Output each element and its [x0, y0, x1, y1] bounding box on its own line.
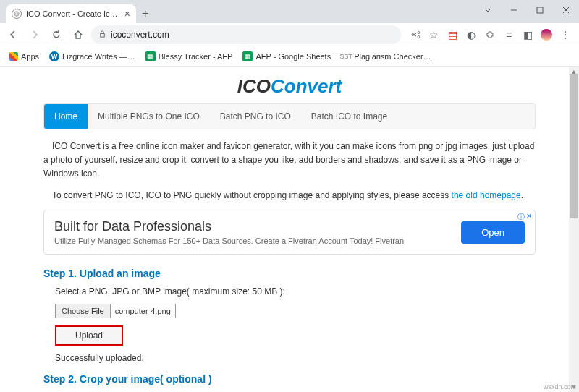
globe-icon [12, 9, 22, 19]
wordpress-icon: W [49, 51, 59, 61]
star-icon[interactable]: ☆ [427, 28, 440, 41]
svg-rect-7 [101, 33, 105, 37]
forward-button[interactable] [26, 26, 43, 43]
bookmarks-bar: Apps WLizgrace Writes —… ▦Blessy Tracker… [0, 46, 579, 67]
share-icon[interactable] [408, 28, 421, 41]
scrollbar[interactable]: ▲ ▼ [569, 67, 579, 392]
ext-icon-2[interactable]: ◐ [465, 28, 478, 41]
logo: ICOConvert [43, 67, 536, 103]
upload-button[interactable]: Upload [55, 325, 123, 346]
bookmark-apps[interactable]: Apps [6, 51, 43, 62]
menu-icon[interactable]: ⋮ [559, 28, 572, 41]
tab-close-icon[interactable]: × [124, 8, 130, 20]
nav-home[interactable]: Home [44, 104, 88, 129]
description-2: To convert PNG to ICO, ICO to PNG quickl… [43, 189, 536, 203]
nav-multi[interactable]: Multiple PNGs to One ICO [88, 104, 210, 129]
watermark: wsxdn.com [544, 383, 576, 391]
scrollbar-thumb[interactable] [570, 74, 578, 218]
bookmark-plagiarism[interactable]: SSTPlagiarism Checker… [337, 50, 434, 63]
sheets-icon: ▦ [242, 51, 253, 61]
back-button[interactable] [4, 26, 22, 43]
page-content: ICOConvert Home Multiple PNGs to One ICO… [0, 67, 579, 392]
bookmark-lizgrace[interactable]: WLizgrace Writes —… [46, 50, 139, 63]
lock-icon [98, 30, 106, 40]
choose-file-button[interactable]: Choose File [55, 304, 111, 318]
avatar-icon[interactable] [540, 28, 553, 41]
nav-batch-ico[interactable]: Batch ICO to Image [301, 104, 397, 129]
nav-batch-png[interactable]: Batch PNG to ICO [210, 104, 301, 129]
ad-banner: ⓘ ✕ Built for Data Professionals Utilize… [43, 210, 536, 255]
step2-title: Step 2. Crop your image( optional ) [43, 373, 536, 385]
text-icon: SST [341, 51, 351, 61]
new-tab-button[interactable]: + [136, 7, 154, 20]
window-close[interactable] [553, 0, 579, 20]
upload-status: Successfully uploaded. [55, 353, 536, 363]
description-1: ICO Convert is a free online icon maker … [43, 140, 536, 182]
ad-close-icon[interactable]: ✕ [526, 212, 532, 222]
step1-title: Step 1. Upload an image [43, 268, 536, 279]
extensions-icon[interactable] [483, 28, 496, 41]
reload-button[interactable] [48, 26, 65, 43]
window-minimize[interactable] [501, 0, 527, 20]
ad-subtitle: Utilize Fully-Managed Schemas For 150+ D… [54, 237, 461, 245]
home-button[interactable] [69, 26, 87, 43]
bookmark-afp[interactable]: ▦AFP - Google Sheets [239, 50, 334, 63]
list-icon[interactable]: ≡ [502, 28, 515, 41]
sheets-icon: ▦ [145, 51, 156, 61]
ad-title: Built for Data Professionals [54, 219, 461, 234]
ad-info-icon[interactable]: ⓘ [517, 212, 525, 222]
apps-icon [9, 52, 18, 61]
old-homepage-link[interactable]: the old homepage [452, 190, 521, 200]
window-maximize[interactable] [527, 0, 553, 20]
url-text: icoconvert.com [111, 30, 169, 40]
main-nav: Home Multiple PNGs to One ICO Batch PNG … [43, 103, 536, 129]
bookmark-blessy[interactable]: ▦Blessy Tracker - AFP [142, 50, 237, 63]
ad-open-button[interactable]: Open [461, 221, 525, 244]
url-input[interactable]: icoconvert.com [91, 25, 401, 44]
window-dropdown[interactable] [475, 0, 501, 20]
sidepanel-icon[interactable]: ◧ [521, 28, 534, 41]
svg-rect-1 [537, 7, 543, 13]
address-bar: icoconvert.com ☆ ▤ ◐ ≡ ◧ ⋮ [0, 23, 579, 46]
ext-icon-1[interactable]: ▤ [446, 28, 459, 41]
file-input-row: Choose File computer-4.png [55, 304, 536, 318]
selected-filename: computer-4.png [111, 304, 176, 318]
tab-title: ICO Convert - Create Icons From… [26, 9, 120, 18]
browser-tab[interactable]: ICO Convert - Create Icons From… × [6, 4, 136, 23]
step1-instruction: Select a PNG, JPG or BMP image( maximum … [55, 286, 536, 297]
